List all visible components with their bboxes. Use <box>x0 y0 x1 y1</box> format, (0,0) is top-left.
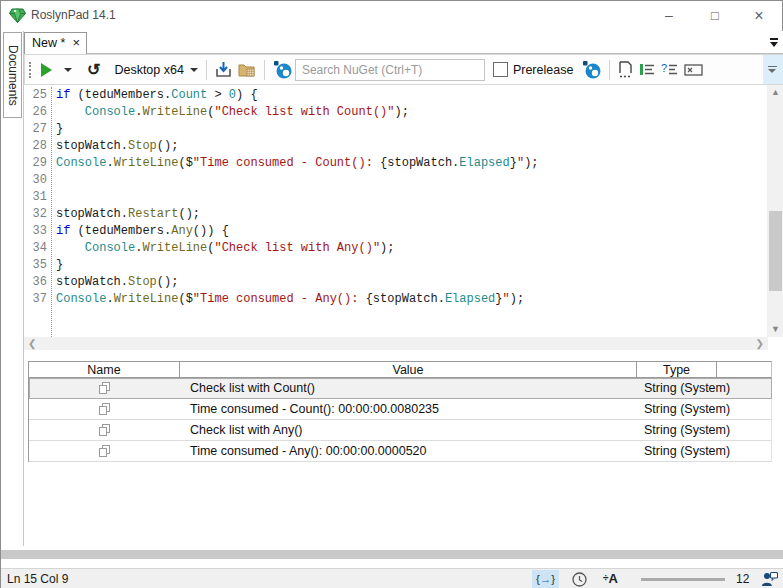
documents-side-tab[interactable]: Documents <box>3 32 22 118</box>
code-line[interactable]: if (teduMembers.Any()) { <box>56 223 766 240</box>
save-button[interactable] <box>215 58 232 82</box>
open-file-button[interactable] <box>238 58 256 82</box>
maximize-button[interactable]: □ <box>692 1 738 30</box>
code-line[interactable]: Console.WriteLine("Check list with Any()… <box>56 240 766 257</box>
editor-vertical-scrollbar[interactable]: ▲ ▼ <box>767 85 783 337</box>
uncomment-selection-button[interactable] <box>684 58 703 82</box>
code-token: "Check list with Any()" <box>214 241 380 255</box>
code-token: ()) { <box>193 224 229 238</box>
scroll-up-icon[interactable]: ▲ <box>767 85 783 100</box>
line-number: 32 <box>24 206 51 223</box>
roslynpad-window: RoslynPad 14.1 – □ × Documents New * × ↺ <box>0 0 783 588</box>
row-name-cell <box>29 445 180 458</box>
code-line[interactable]: stopWatch.Stop(); <box>56 138 766 155</box>
code-token: {stopWatch. <box>380 156 459 170</box>
copy-icon[interactable] <box>99 445 111 458</box>
code-token: Console <box>85 105 135 119</box>
toolbar-separator <box>206 60 207 80</box>
code-token: ); <box>510 292 524 306</box>
code-token: if <box>56 224 70 238</box>
chevron-down-icon <box>770 42 778 47</box>
zoom-slider-track[interactable] <box>641 578 725 581</box>
tab-new-document[interactable]: New * × <box>24 32 87 54</box>
code-line[interactable]: Console.WriteLine($"Time consumed - Coun… <box>56 155 766 172</box>
code-token: WriteLine <box>114 156 179 170</box>
left-rail: Documents <box>1 31 23 546</box>
close-button[interactable]: × <box>736 1 782 30</box>
code-line[interactable]: } <box>56 121 766 138</box>
tab-close-icon[interactable]: × <box>72 35 80 50</box>
report-problem-button[interactable] <box>618 58 633 82</box>
table-row[interactable]: Check list with Count()String (System) <box>29 378 772 399</box>
code-token: Elapsed <box>459 156 509 170</box>
column-header-value[interactable]: Value <box>180 362 637 377</box>
table-row[interactable]: Time consumed - Any(): 00:00:00.0000520S… <box>29 441 772 462</box>
platform-selector[interactable]: Desktop x64 <box>106 58 197 82</box>
chevron-down-icon <box>768 69 776 73</box>
format-document-button[interactable] <box>639 58 655 82</box>
code-token: } <box>495 292 502 306</box>
format-document-icon <box>639 62 655 77</box>
code-token: "Time consumed - Any(): <box>193 292 366 306</box>
code-line[interactable]: } <box>56 257 766 274</box>
nuget-button[interactable] <box>273 58 292 82</box>
code-line[interactable]: Console.WriteLine($"Time consumed - Any(… <box>56 291 766 308</box>
code-line[interactable] <box>56 189 766 206</box>
code-lines[interactable]: if (teduMembers.Count > 0) { Console.Wri… <box>56 87 766 308</box>
scroll-down-icon[interactable]: ▼ <box>767 322 783 337</box>
copy-icon[interactable] <box>99 403 111 416</box>
code-token: stopWatch. <box>56 139 128 153</box>
code-token: stopWatch. <box>56 207 128 221</box>
feedback-icon[interactable] <box>761 571 778 587</box>
toolbar-overflow-button[interactable] <box>763 55 783 84</box>
scrollbar-thumb[interactable] <box>769 211 782 291</box>
run-options-dropdown[interactable] <box>58 58 72 82</box>
line-number: 29 <box>24 155 51 172</box>
code-editor[interactable]: 25262728293031323334353637 if (teduMembe… <box>24 85 783 337</box>
results-panel: NameValueType Check list with Count()Str… <box>24 359 783 576</box>
tab-overflow-button[interactable] <box>768 38 780 47</box>
toolbar-grip-handle[interactable] <box>29 62 33 78</box>
line-number: 33 <box>24 223 51 240</box>
history-clock-icon[interactable] <box>572 572 587 587</box>
code-token: ); <box>394 105 408 119</box>
row-name-cell <box>29 382 180 395</box>
editor-horizontal-scrollbar[interactable]: ❮ ❯ <box>24 337 768 350</box>
tab-label: New * <box>32 36 65 50</box>
line-number: 26 <box>24 104 51 121</box>
grid-rows: Check list with Count()String (System)Ti… <box>29 378 772 462</box>
restart-host-button[interactable]: ↺ <box>78 58 100 82</box>
column-header-name[interactable]: Name <box>29 362 180 377</box>
code-token: Stop <box>128 139 157 153</box>
title-bar: RoslynPad 14.1 – □ × <box>1 1 782 31</box>
panel-splitter[interactable] <box>1 550 783 559</box>
copy-icon[interactable] <box>99 382 111 395</box>
code-token: Console <box>56 156 106 170</box>
copy-icon[interactable] <box>99 424 111 437</box>
format-on-paste-toggle[interactable]: {→} <box>532 570 559 588</box>
code-token: WriteLine <box>114 292 179 306</box>
comment-selection-button[interactable]: ? <box>661 58 678 82</box>
code-token: if <box>56 88 70 102</box>
column-header-type[interactable]: Type <box>637 362 717 377</box>
code-token <box>56 241 85 255</box>
table-row[interactable]: Check list with Any()String (System) <box>29 420 772 441</box>
code-line[interactable]: stopWatch.Stop(); <box>56 274 766 291</box>
nuget-restore-button[interactable] <box>582 58 601 82</box>
font-size-icon[interactable]: ÷A <box>603 571 618 586</box>
prerelease-checkbox[interactable] <box>493 62 508 77</box>
roslynpad-logo-icon <box>9 7 26 24</box>
nuget-icon <box>582 60 601 79</box>
table-row[interactable]: Time consumed - Count(): 00:00:00.008023… <box>29 399 772 420</box>
nuget-search-input[interactable] <box>295 59 485 81</box>
scroll-left-icon[interactable]: ❮ <box>28 337 36 350</box>
minimize-button[interactable]: – <box>646 1 692 30</box>
row-name-cell <box>29 424 180 437</box>
code-line[interactable]: if (teduMembers.Count > 0) { <box>56 87 766 104</box>
scroll-right-icon[interactable]: ❯ <box>756 337 764 350</box>
run-button[interactable] <box>41 58 52 82</box>
code-line[interactable] <box>56 172 766 189</box>
code-line[interactable]: stopWatch.Restart(); <box>56 206 766 223</box>
code-line[interactable]: Console.WriteLine("Check list with Count… <box>56 104 766 121</box>
main-toolbar: ↺ Desktop x64 <box>24 54 783 85</box>
